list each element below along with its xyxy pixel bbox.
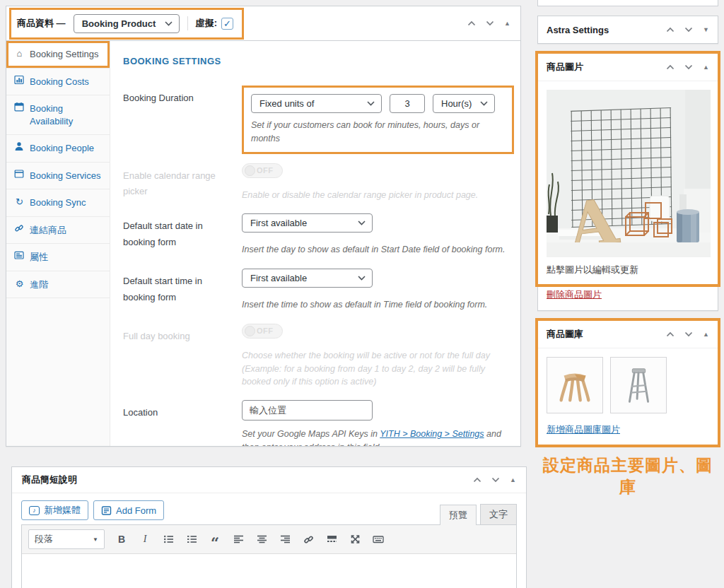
keyboard-shortcuts-button[interactable] (372, 533, 385, 546)
annotation-caption: 設定商品主要圖片、圖庫 (537, 454, 718, 498)
field-label: Default start date in booking form (123, 213, 242, 257)
window-icon (14, 169, 25, 179)
toggle-panel-icon[interactable]: ▼ (703, 27, 709, 33)
italic-button[interactable]: I (139, 533, 151, 546)
tab-label: Booking People (30, 142, 94, 155)
gallery-title: 商品圖庫 (547, 328, 583, 341)
product-data-body: ⌂ Booking Settings Booking Costs Booking… (6, 41, 520, 447)
tab-linked-products[interactable]: 連結商品 (6, 217, 110, 245)
astra-settings-header: Astra Settings ▼ (538, 16, 718, 43)
gallery-thumb-bar-stool[interactable] (610, 357, 667, 413)
numbered-list-button[interactable] (185, 533, 198, 546)
gear-icon: ⚙ (14, 278, 25, 290)
add-form-label: Add Form (116, 505, 156, 516)
gallery-thumb-wooden-stool[interactable] (547, 357, 603, 413)
editor-content-area[interactable] (22, 554, 516, 588)
start-date-value: First available (250, 218, 307, 228)
paragraph-caret-icon: ▼ (93, 536, 98, 543)
bullet-list-button[interactable] (162, 533, 175, 546)
tab-text[interactable]: 文字 (480, 504, 517, 524)
wooden-stool-image (554, 365, 595, 406)
duration-unit-value: Hour(s) (441, 98, 472, 109)
remove-featured-image-link[interactable]: 刪除商品圖片 (547, 288, 602, 301)
bar-stool-image (618, 365, 659, 406)
duration-type-select[interactable]: Fixed units of (251, 94, 382, 113)
gallery-header: 商品圖庫 ▲ (538, 321, 718, 348)
move-up-icon[interactable] (666, 64, 675, 70)
tab-booking-settings[interactable]: ⌂ Booking Settings (6, 41, 110, 69)
desc-text: Set your Google Maps API Keys in (242, 429, 380, 439)
field-label: Full day booking (123, 324, 242, 389)
toggle-panel-icon[interactable]: ▲ (703, 331, 709, 338)
virtual-option: 虛擬: ✓ (196, 17, 233, 30)
bold-button[interactable]: B (115, 533, 128, 546)
astra-settings-title: Astra Settings (547, 25, 609, 35)
move-down-icon[interactable] (491, 477, 500, 483)
start-date-select[interactable]: First available (242, 213, 373, 233)
add-gallery-images-link[interactable]: 新增商品圖庫圖片 (547, 423, 620, 436)
featured-image-hint: 點擊圖片以編輯或更新 (547, 264, 709, 276)
add-form-button[interactable]: Add Form (93, 500, 164, 520)
product-type-select[interactable]: Booking Product (74, 14, 180, 33)
booking-settings-pane: BOOKING SETTINGS Booking Duration Fixed … (110, 41, 520, 447)
blockquote-button[interactable]: “ (209, 536, 221, 549)
tab-attributes[interactable]: 屬性 (6, 244, 110, 271)
tab-booking-services[interactable]: Booking Services (6, 163, 110, 190)
toggle-panel-icon[interactable]: ▲ (504, 20, 510, 27)
field-description: Insert the time to show as default in Ti… (242, 298, 514, 312)
align-left-button[interactable] (232, 533, 245, 546)
move-down-icon[interactable] (684, 64, 693, 70)
add-media-button[interactable]: ♪ 新增媒體 (21, 500, 88, 520)
move-up-icon[interactable] (473, 477, 481, 483)
short-description-header: 商品簡短說明 ▲ (12, 467, 526, 493)
move-down-icon[interactable] (684, 27, 693, 33)
tab-booking-availability[interactable]: Booking Availability (6, 95, 110, 135)
product-gallery-panel: 商品圖庫 ▲ (537, 320, 718, 445)
start-time-select[interactable]: First available (242, 269, 373, 288)
featured-image-title: 商品圖片 (547, 61, 583, 74)
fullscreen-button[interactable] (349, 533, 361, 546)
move-down-icon[interactable] (486, 20, 494, 26)
chevron-down-icon (165, 21, 173, 26)
move-up-icon[interactable] (666, 331, 675, 337)
location-input[interactable] (242, 400, 373, 421)
tab-label: Booking Availability (30, 102, 105, 127)
featured-image[interactable]: A (547, 90, 711, 257)
featured-image-panel: 商品圖片 ▲ (537, 53, 718, 311)
field-range-picker: Enable calendar range picker OFF Enable … (123, 163, 514, 202)
section-heading: BOOKING SETTINGS (123, 56, 514, 66)
range-picker-toggle[interactable]: OFF (242, 163, 283, 178)
tab-advanced[interactable]: ⚙ 進階 (6, 271, 110, 299)
move-up-icon[interactable] (666, 27, 675, 33)
move-down-icon[interactable] (684, 331, 693, 337)
sync-icon: ↻ (14, 196, 25, 208)
paragraph-style-select[interactable]: 段落 ▼ (28, 529, 105, 549)
yith-settings-link[interactable]: YITH > Booking > Settings (380, 429, 484, 439)
duration-unit-select[interactable]: Hour(s) (433, 94, 495, 113)
field-description: Set if your customers can book for minut… (251, 119, 505, 146)
field-start-date: Default start date in booking form First… (123, 213, 514, 257)
main-column: 商品資料 — Booking Product 虛擬: ✓ ▲ (6, 6, 521, 447)
duration-quantity-input[interactable] (390, 94, 425, 113)
field-location: Location Set your Google Maps API Keys i… (123, 400, 514, 447)
align-right-button[interactable] (279, 533, 291, 546)
tab-visual[interactable]: 預覽 (440, 505, 477, 525)
tab-label: 屬性 (30, 251, 48, 264)
move-up-icon[interactable] (467, 20, 476, 26)
short-description-panel: 商品簡短說明 ▲ ♪ 新增媒體 Add Form (11, 466, 527, 588)
align-center-button[interactable] (255, 533, 268, 546)
more-tag-button[interactable] (325, 533, 338, 546)
virtual-checkbox[interactable]: ✓ (221, 18, 233, 30)
editor-toolbar: 段落 ▼ B I “ (22, 525, 516, 554)
short-description-title: 商品簡短說明 (22, 474, 77, 486)
toggle-panel-icon[interactable]: ▲ (703, 64, 709, 71)
full-day-toggle[interactable]: OFF (242, 324, 283, 339)
wysiwyg-editor: 段落 ▼ B I “ (21, 524, 517, 588)
tab-booking-sync[interactable]: ↻ Booking Sync (6, 189, 110, 217)
toggle-panel-icon[interactable]: ▲ (510, 477, 516, 483)
tab-booking-people[interactable]: Booking People (6, 135, 110, 163)
gallery-body: 新增商品圖庫圖片 (538, 348, 718, 445)
tab-booking-costs[interactable]: Booking Costs (6, 69, 110, 96)
chevron-down-icon (480, 101, 488, 106)
link-button[interactable] (302, 533, 315, 546)
